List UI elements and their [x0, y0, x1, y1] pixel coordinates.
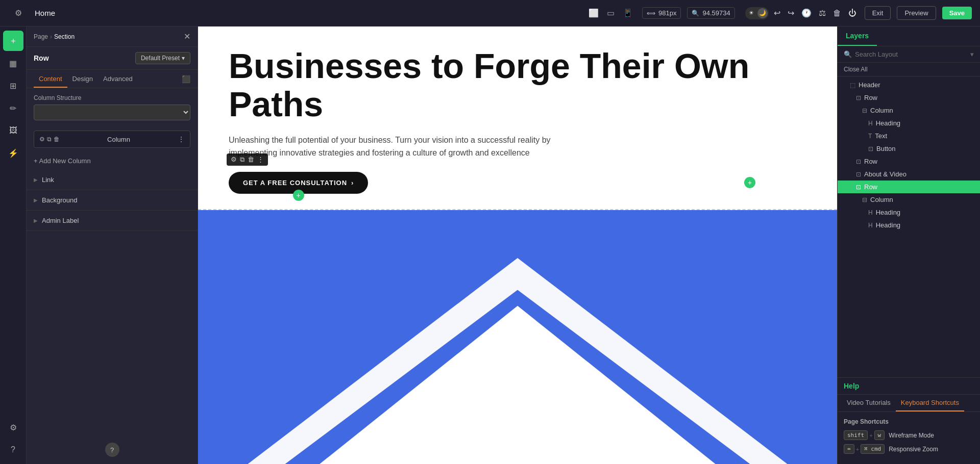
- column-more-btn[interactable]: ⋮: [178, 135, 185, 143]
- cta-row: ⚙ ⧉ 🗑 ⋮ GET A FREE CONSULTATION › +: [229, 172, 806, 194]
- redo-button[interactable]: ↪: [786, 6, 796, 20]
- add-column-label: + Add New Column: [34, 157, 91, 165]
- main-layout: ＋ ▦ ⊞ ✏ 🖼 ⚡ ⚙ ? Page › Section ✕ Row Def…: [0, 27, 980, 464]
- column-settings-icon[interactable]: ⚙: [39, 136, 45, 143]
- filter-icon[interactable]: ▾: [970, 50, 974, 58]
- hero-section: Businesses to Forge Their Own Paths Unle…: [198, 27, 837, 210]
- admin-label-section-header[interactable]: ▶ Admin Label: [27, 211, 198, 230]
- link-section: ▶ Link: [27, 170, 198, 190]
- layer-heading-1[interactable]: H Heading: [838, 117, 980, 130]
- layer-column-1[interactable]: ⊟ Column: [838, 104, 980, 117]
- button1-icon: ⊡: [868, 145, 873, 152]
- breadcrumb-sep: ›: [50, 33, 52, 40]
- layer-header[interactable]: ⬚ Header: [838, 79, 980, 91]
- preview-button[interactable]: Preview: [897, 6, 936, 20]
- cta-more-icon[interactable]: ⋮: [257, 156, 264, 163]
- add-right-btn[interactable]: +: [744, 177, 755, 188]
- layer-row-3[interactable]: ⊡ Row: [838, 181, 980, 193]
- layer-column-2[interactable]: ⊟ Column: [838, 193, 980, 206]
- about-video-label: About & Video: [864, 170, 906, 178]
- link-arrow-icon: ▶: [34, 177, 38, 183]
- cta-settings-icon[interactable]: ⚙: [231, 156, 237, 163]
- header-label: Header: [859, 81, 880, 89]
- h1-label: Heading: [876, 119, 900, 127]
- layout-icon-btn[interactable]: ▦: [3, 53, 23, 73]
- preset-selector[interactable]: Default Preset ▾: [135, 52, 190, 64]
- tab-advanced[interactable]: Advanced: [98, 70, 138, 88]
- row3-label: Row: [864, 183, 877, 191]
- layer-about-video[interactable]: ⊡ About & Video: [838, 168, 980, 181]
- shortcuts-content: Page Shortcuts shift + w Wireframe Mode …: [838, 412, 980, 464]
- help-icon-btn[interactable]: ?: [3, 440, 23, 460]
- h1-icon: H: [868, 120, 873, 127]
- panel-row-header: Row Default Preset ▾: [27, 47, 198, 70]
- add-column-btn[interactable]: + Add New Column: [27, 152, 198, 170]
- tools-icon-btn[interactable]: ⚙: [3, 417, 23, 437]
- woo-icon-btn[interactable]: ⚡: [3, 143, 23, 163]
- settings-icon[interactable]: ⚙: [8, 3, 29, 23]
- exit-button[interactable]: Exit: [865, 6, 891, 20]
- device-switcher: ⬜ ▭ 📱: [585, 6, 636, 20]
- h2-label: Heading: [876, 209, 900, 216]
- panel-close-btn[interactable]: ✕: [184, 32, 190, 41]
- tablet-device-btn[interactable]: ▭: [604, 6, 618, 20]
- layer-heading-2[interactable]: H Heading: [838, 206, 980, 219]
- topbar: ⚙ Home ⬜ ▭ 📱 ⟺ 981px 🔍 94.59734 ☀ 🌙 ↩ ↪ …: [0, 0, 980, 27]
- layer-row-1[interactable]: ⊡ Row: [838, 91, 980, 104]
- dark-mode-toggle[interactable]: ☀ 🌙: [745, 7, 769, 19]
- keyboard-shortcuts-tab[interactable]: Keyboard Shortcuts: [896, 395, 964, 411]
- preset-label: Default Preset: [141, 55, 180, 62]
- help-circle-btn[interactable]: ?: [105, 443, 119, 457]
- breadcrumb-section: Section: [54, 33, 75, 40]
- text1-label: Text: [875, 132, 887, 140]
- desktop-device-btn[interactable]: ⬜: [585, 6, 602, 20]
- video-tutorials-tab[interactable]: Video Tutorials: [842, 395, 896, 411]
- widgets-icon-btn[interactable]: ⊞: [3, 75, 23, 96]
- light-mode-btn[interactable]: ☀: [746, 8, 756, 18]
- admin-label-arrow-icon: ▶: [34, 218, 38, 223]
- col1-icon: ⊟: [862, 107, 867, 114]
- column-structure-label: Column Structure: [27, 88, 198, 105]
- layers-tab[interactable]: Layers: [838, 27, 877, 46]
- media-icon-btn[interactable]: 🖼: [3, 120, 23, 141]
- column-delete-icon[interactable]: 🗑: [54, 136, 60, 143]
- add-element-btn[interactable]: ＋: [3, 31, 23, 51]
- canvas-image-section: [198, 210, 837, 464]
- column-duplicate-icon[interactable]: ⧉: [47, 136, 52, 143]
- style-icon-btn[interactable]: ✏: [3, 98, 23, 118]
- help-section: Help Video Tutorials Keyboard Shortcuts …: [838, 377, 980, 464]
- hero-title: Businesses to Forge Their Own Paths: [229, 47, 806, 123]
- column-structure-select[interactable]: [34, 105, 190, 120]
- layer-row-2[interactable]: ⊡ Row: [838, 155, 980, 168]
- layer-button-1[interactable]: ⊡ Button: [838, 142, 980, 155]
- col2-label: Column: [870, 196, 893, 203]
- column-structure-section: Column Structure: [27, 88, 198, 126]
- wireframe-keys: shift + w: [844, 430, 885, 440]
- tab-content[interactable]: Content: [34, 70, 67, 88]
- layer-text-1[interactable]: T Text: [838, 130, 980, 142]
- close-all-btn[interactable]: Close All: [838, 63, 980, 76]
- trash-button[interactable]: 🗑: [831, 7, 843, 20]
- search-input[interactable]: [855, 50, 967, 58]
- layout-button[interactable]: ⚖: [817, 6, 828, 20]
- layer-heading-3[interactable]: H Heading: [838, 219, 980, 231]
- admin-label-section: ▶ Admin Label: [27, 211, 198, 231]
- save-button[interactable]: Save: [942, 7, 972, 19]
- power-button[interactable]: ⏻: [846, 7, 859, 20]
- zoom-label: Responsive Zoom: [889, 446, 974, 453]
- cta-duplicate-icon[interactable]: ⧉: [240, 156, 244, 164]
- mobile-device-btn[interactable]: 📱: [620, 6, 636, 20]
- zoom-display: 🔍 94.59734: [687, 7, 734, 19]
- cta-delete-icon[interactable]: 🗑: [248, 156, 254, 163]
- w-key: w: [874, 430, 885, 440]
- link-section-header[interactable]: ▶ Link: [27, 170, 198, 190]
- tab-design[interactable]: Design: [67, 70, 98, 88]
- undo-button[interactable]: ↩: [772, 6, 782, 20]
- dark-mode-btn[interactable]: 🌙: [757, 8, 768, 18]
- add-below-btn[interactable]: +: [293, 190, 304, 201]
- background-label: Background: [42, 196, 190, 204]
- history-button[interactable]: 🕐: [799, 6, 814, 20]
- responsive-icon[interactable]: ⬛: [182, 75, 190, 83]
- background-section-header[interactable]: ▶ Background: [27, 190, 198, 210]
- canvas-area[interactable]: Businesses to Forge Their Own Paths Unle…: [198, 27, 837, 464]
